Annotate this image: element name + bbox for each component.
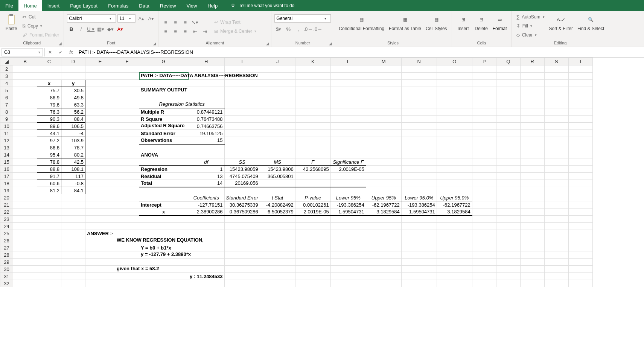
cell-M25[interactable]: [366, 230, 401, 237]
cell-E2[interactable]: [85, 65, 115, 73]
cell-S32[interactable]: [544, 280, 568, 287]
cell-R9[interactable]: [520, 116, 544, 123]
cell-B13[interactable]: [13, 144, 37, 151]
cell-M23[interactable]: [366, 216, 401, 223]
cell-H8[interactable]: 0.87449121: [188, 108, 224, 116]
cell-F25[interactable]: [115, 230, 139, 237]
cell-T15[interactable]: [568, 158, 592, 166]
cell-K16[interactable]: 42.2568095: [295, 166, 330, 173]
cell-R28[interactable]: [520, 251, 544, 259]
cell-K7[interactable]: [295, 101, 330, 108]
cell-O19[interactable]: [437, 187, 472, 194]
merge-center-button[interactable]: ⊞Merge & Center ▾: [213, 27, 258, 35]
col-header-E[interactable]: E: [85, 58, 115, 65]
cell-C12[interactable]: 97.2: [37, 137, 61, 144]
cell-S10[interactable]: [544, 123, 568, 130]
cell-N7[interactable]: [401, 101, 437, 108]
cell-P17[interactable]: [472, 173, 496, 180]
cell-T30[interactable]: [568, 266, 592, 273]
cell-D10[interactable]: 106.5: [61, 123, 85, 130]
cell-J17[interactable]: 365.005801: [260, 173, 295, 180]
cell-T17[interactable]: [568, 173, 592, 180]
cell-H2[interactable]: [188, 65, 224, 73]
cell-R30[interactable]: [520, 266, 544, 273]
cell-R6[interactable]: [520, 94, 544, 101]
cell-B28[interactable]: [13, 251, 37, 259]
cell-S27[interactable]: [544, 244, 568, 251]
cell-M28[interactable]: [366, 251, 401, 259]
cell-C7[interactable]: 79.6: [37, 101, 61, 108]
row-header-5[interactable]: 5: [0, 87, 13, 94]
cell-L27[interactable]: [330, 244, 366, 251]
cell-L22[interactable]: 1.59504731: [330, 209, 366, 216]
cell-M3[interactable]: [366, 73, 401, 80]
cell-T3[interactable]: [568, 73, 592, 80]
tab-view[interactable]: View: [181, 0, 202, 11]
cell-B17[interactable]: [13, 173, 37, 180]
delete-cells-button[interactable]: ⊟Delete: [473, 13, 490, 32]
cell-I4[interactable]: [224, 80, 260, 87]
col-header-L[interactable]: L: [330, 58, 366, 65]
cell-L9[interactable]: [330, 116, 366, 123]
cell-N28[interactable]: [401, 251, 437, 259]
cell-H22[interactable]: 2.38900286: [188, 209, 224, 216]
cell-C19[interactable]: 81.2: [37, 187, 61, 194]
cell-G6[interactable]: [139, 94, 188, 101]
fill-color-button[interactable]: ◆▾: [106, 25, 114, 33]
cell-R14[interactable]: [520, 151, 544, 158]
cell-F30[interactable]: given that x = 58.2: [115, 266, 139, 273]
cell-Q29[interactable]: [496, 259, 520, 266]
cell-B8[interactable]: [13, 108, 37, 116]
cell-Q22[interactable]: [496, 209, 520, 216]
cell-H25[interactable]: [188, 230, 224, 237]
col-header-I[interactable]: I: [224, 58, 260, 65]
cell-B27[interactable]: [13, 244, 37, 251]
cell-J3[interactable]: [260, 73, 295, 80]
cell-O25[interactable]: [437, 230, 472, 237]
cell-D16[interactable]: 108.1: [61, 166, 85, 173]
sort-filter-button[interactable]: A↓ZSort & Filter: [548, 13, 574, 32]
cell-C18[interactable]: 60.6: [37, 180, 61, 187]
cell-I5[interactable]: [224, 87, 260, 94]
cell-K6[interactable]: [295, 94, 330, 101]
cell-Q13[interactable]: [496, 144, 520, 151]
cell-P10[interactable]: [472, 123, 496, 130]
cell-O21[interactable]: -62.1967722: [437, 201, 472, 209]
cell-R7[interactable]: [520, 101, 544, 108]
cell-E31[interactable]: [85, 273, 115, 280]
cell-D2[interactable]: [61, 65, 85, 73]
cell-C21[interactable]: [37, 201, 61, 209]
cell-J20[interactable]: t Stat: [260, 194, 295, 201]
cell-T29[interactable]: [568, 259, 592, 266]
cell-I7[interactable]: [224, 101, 260, 108]
cell-E26[interactable]: [85, 237, 115, 244]
row-header-20[interactable]: 20: [0, 194, 13, 201]
cell-C4[interactable]: x: [37, 80, 61, 87]
row-header-9[interactable]: 9: [0, 116, 13, 123]
row-header-29[interactable]: 29: [0, 259, 13, 266]
cell-K14[interactable]: [295, 151, 330, 158]
cell-C3[interactable]: [37, 73, 61, 80]
cell-K25[interactable]: [295, 230, 330, 237]
cell-D4[interactable]: y: [61, 80, 85, 87]
row-header-30[interactable]: 30: [0, 266, 13, 273]
cell-T5[interactable]: [568, 87, 592, 94]
cell-N8[interactable]: [401, 108, 437, 116]
cell-M2[interactable]: [366, 65, 401, 73]
cell-T10[interactable]: [568, 123, 592, 130]
cell-B9[interactable]: [13, 116, 37, 123]
cell-B22[interactable]: [13, 209, 37, 216]
cell-D11[interactable]: -4: [61, 130, 85, 137]
cell-I19[interactable]: [224, 187, 260, 194]
row-header-15[interactable]: 15: [0, 158, 13, 166]
font-color-button[interactable]: A▾: [116, 25, 124, 33]
cell-J7[interactable]: [260, 101, 295, 108]
font-name-combo[interactable]: ▾: [67, 14, 116, 23]
cell-G21[interactable]: Intercept: [139, 201, 188, 209]
cell-R12[interactable]: [520, 137, 544, 144]
cell-R26[interactable]: [520, 237, 544, 244]
fx-icon[interactable]: fx: [66, 50, 76, 55]
cell-L18[interactable]: [330, 180, 366, 187]
cell-K2[interactable]: [295, 65, 330, 73]
row-header-3[interactable]: 3: [0, 73, 13, 80]
